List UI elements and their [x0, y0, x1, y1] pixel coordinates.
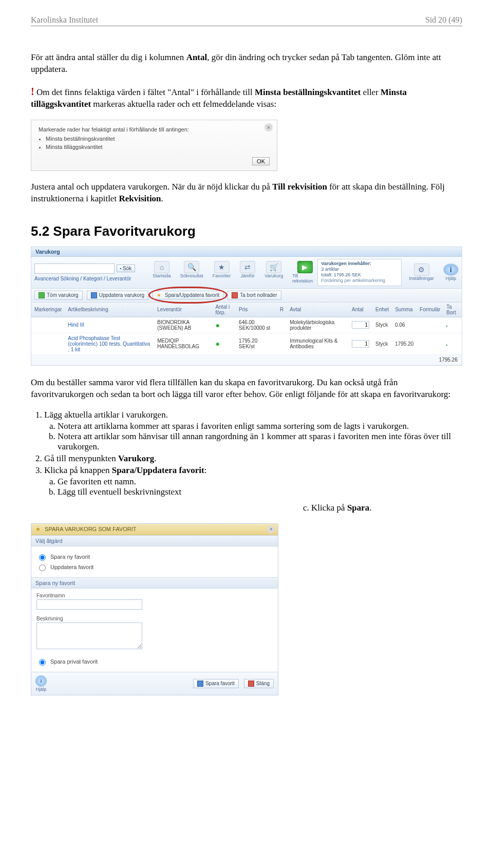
breadcrumb[interactable]: Avancerad SökningKategoriLeverantör: [34, 276, 142, 281]
steps-list: Lägg aktuella artiklar i varukorgen. Not…: [31, 410, 462, 497]
close-icon[interactable]: ×: [268, 526, 275, 533]
home-icon: ⌂: [154, 261, 169, 273]
delete-icon: [232, 292, 238, 298]
varukorg-app: Varukorg Sök Avancerad SökningKategoriLe…: [31, 247, 462, 366]
uppdatera-varukorg-button[interactable]: Uppdatera varukorg: [87, 291, 148, 300]
remove-row-icon[interactable]: [446, 345, 447, 346]
col-mark[interactable]: Markeringar: [31, 303, 65, 317]
status-dot-icon: ●: [215, 321, 219, 329]
save-disk-icon: [197, 681, 203, 687]
fav-dialog-title: SPARA VARUKORG SOM FAVORIT ×: [31, 524, 278, 535]
nav-installningar[interactable]: ⚙Inställningar: [409, 263, 434, 281]
qty-input[interactable]: [352, 321, 369, 329]
nav-varukorg[interactable]: 🛒Varukorg: [264, 261, 283, 278]
table-row: Hind III BIONORDIKA (SWEDEN) AB ● 646.00…: [31, 317, 462, 333]
qty-input[interactable]: [352, 340, 369, 348]
cart-infobox: Varukorgen innehåller: 2 artiklar totalt…: [317, 259, 402, 286]
tabort-nollrader-button[interactable]: Ta bort nollrader: [227, 291, 281, 300]
section-heading: 5.2 Spara Favoritvarukorg: [31, 223, 462, 239]
list-item: Notera att artiklarna kommer att sparas …: [58, 421, 462, 431]
highlight-circle: Spara/Uppdatera favorit: [153, 291, 223, 299]
gear-icon: ⚙: [414, 263, 429, 276]
col-antf[interactable]: Antal i förp.: [212, 303, 236, 317]
star-icon: ★: [214, 261, 230, 273]
info-icon: i: [35, 675, 47, 687]
list-item: Gå till menypunkten Varukorg.: [44, 454, 462, 464]
col-enhet[interactable]: Enhet: [372, 303, 392, 317]
cart-table: Markeringar Artikelbeskrivning Leverantö…: [31, 303, 462, 365]
table-row: Acid Phosphatase Test (colorimteric) 100…: [31, 333, 462, 354]
warning-icon: !: [31, 86, 34, 97]
save-disk-icon: [91, 292, 97, 298]
step-c: c. Klicka på Spara.: [303, 502, 462, 514]
cart-icon: 🛒: [266, 261, 281, 273]
hdr-right: Sid 20 (49): [425, 15, 462, 25]
nav-sokresultat[interactable]: 🔍Sökresultat: [180, 261, 203, 278]
save-disk-icon: [120, 268, 121, 269]
search-input[interactable]: [34, 263, 115, 274]
label-beskrivning: Beskrivning: [36, 616, 273, 621]
fav-section-spara: Spara ny favorit: [31, 577, 278, 589]
app-toolbar: Töm varukorg Uppdatera varukorg Spara/Up…: [31, 289, 462, 303]
close-icon: [248, 681, 254, 687]
col-lev[interactable]: Leverantör: [154, 303, 212, 317]
para-2: ! Om det finns felaktiga värden i fältet…: [31, 85, 462, 110]
radio-spara-ny[interactable]: [39, 554, 46, 561]
art-link[interactable]: Hind III: [65, 317, 154, 333]
error-dialog: × Markerade rader har felaktigt antal i …: [31, 120, 277, 171]
radio-spara-privat[interactable]: [39, 659, 46, 666]
hjalp-button[interactable]: i Hjälp: [35, 675, 47, 692]
save-favorite-dialog: SPARA VARUKORG SOM FAVORIT × Välj åtgärd…: [31, 523, 278, 695]
sok-button[interactable]: Sök: [117, 265, 135, 272]
close-icon[interactable]: ×: [264, 123, 273, 131]
col-tab[interactable]: Ta Bort: [443, 303, 462, 317]
refresh-icon: [39, 292, 45, 298]
cart-total: 1795.26: [31, 354, 462, 365]
radio-uppdatera[interactable]: [39, 564, 46, 571]
para-4: Om du beställer samma varor vid flera ti…: [31, 377, 462, 401]
nav-startsida[interactable]: ⌂Startsida: [153, 261, 171, 278]
nav-favoriter[interactable]: ★Favoriter: [213, 261, 231, 278]
col-avtal[interactable]: Avtal: [287, 303, 349, 317]
dialog-bullet: Minsta tilläggskvantitet: [46, 144, 270, 150]
col-antal[interactable]: Antal: [349, 303, 372, 317]
fav-section-valj: Välj åtgärd: [31, 535, 278, 546]
col-r[interactable]: R: [277, 303, 287, 317]
col-art[interactable]: Artikelbeskrivning: [65, 303, 154, 317]
col-pris[interactable]: Pris: [236, 303, 277, 317]
list-item: Lägg aktuella artiklar i varukorgen. Not…: [44, 410, 462, 452]
label-favoritnamn: Favoritnamn: [36, 593, 273, 598]
stang-button[interactable]: Stäng: [244, 679, 274, 688]
play-icon: ▶: [297, 261, 313, 273]
tom-varukorg-button[interactable]: Töm varukorg: [34, 291, 83, 300]
para-3: Justera antal och uppdatera varukorgen. …: [31, 181, 462, 205]
col-summa[interactable]: Summa: [392, 303, 416, 317]
status-dot-icon: ●: [215, 339, 219, 348]
art-link[interactable]: Acid Phosphatase Test (colorimteric) 100…: [65, 333, 154, 354]
dialog-bullet: Minsta beställningskvantitet: [46, 136, 270, 142]
dialog-msg: Markerade rader har felaktigt antal i fö…: [39, 126, 270, 133]
spara-favorit-button[interactable]: Spara/Uppdatera favorit: [153, 291, 223, 299]
para-1: För att ändra antal ställer du dig i kol…: [31, 52, 462, 76]
spara-favorit-button[interactable]: Spara favorit: [193, 679, 239, 688]
page-header: Karolinska Institutet Sid 20 (49): [31, 15, 462, 26]
list-item: Notera att artiklar som hänvisar till an…: [58, 431, 462, 452]
info-icon: i: [443, 263, 459, 276]
search-icon: 🔍: [184, 261, 199, 273]
hdr-left: Karolinska Institutet: [31, 15, 98, 25]
favoritnamn-input[interactable]: [36, 599, 142, 610]
list-item: Klicka på knappen Spara/Uppdatera favori…: [44, 465, 462, 497]
beskrivning-textarea[interactable]: [36, 622, 142, 649]
app-navbar: Sök Avancerad SökningKategoriLeverantör …: [31, 257, 462, 289]
app-title: Varukorg: [31, 247, 462, 257]
nav-till-rekvisition[interactable]: ▶Till rekvisition: [292, 261, 317, 284]
remove-row-icon[interactable]: [446, 326, 447, 327]
col-form[interactable]: Formulär: [416, 303, 443, 317]
ok-button[interactable]: OK: [252, 157, 270, 165]
nav-jamfor[interactable]: ⇄Jämför: [240, 261, 255, 278]
list-item: Ge favoriten ett namn.: [58, 477, 462, 487]
list-item: Lägg till eventuell beskrivningstext: [58, 487, 462, 497]
compare-icon: ⇄: [240, 261, 255, 273]
nav-hjalp[interactable]: iHjälp: [443, 263, 459, 281]
